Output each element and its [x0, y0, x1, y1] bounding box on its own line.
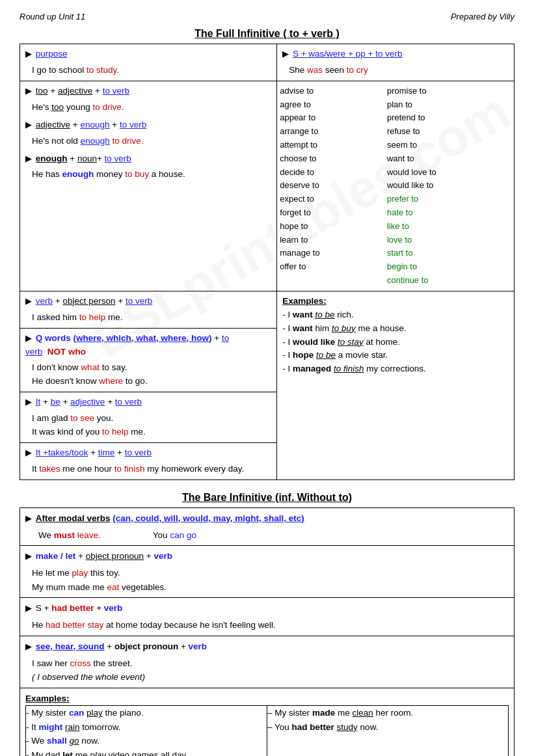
verb-list-right: promise to plan to pretend to refuse to … — [384, 84, 514, 288]
verb-list-table: advise to agree to appear to arrange to … — [277, 84, 514, 288]
bare-row-had-better: ▶ S + had better + verb He had better st… — [20, 598, 514, 636]
bare-examples-table: - My sister can play the piano. - It mig… — [25, 705, 509, 756]
cell-examples: Examples: - I want to be rich. - I want … — [277, 291, 514, 479]
bare-examples-right: – My sister made me clean her room. – Yo… — [267, 706, 509, 756]
bare-row-examples: Examples: - My sister can play the piano… — [20, 688, 514, 756]
section1-title: The Full Infinitive ( to + verb ) — [20, 28, 514, 40]
verb-list-left: advise to agree to appear to arrange to … — [277, 84, 384, 288]
bare-infinitive-table: ▶ After modal verbs (can, could, will, w… — [20, 507, 514, 756]
cell-too-adj: ▶ too + adjective + to verb He's too you… — [20, 81, 277, 291]
cell-q-words: ▶ Q words (where, which, what, where, ho… — [20, 328, 277, 392]
bare-row-see-hear: ▶ see, hear, sound + object pronoun + ve… — [20, 636, 514, 688]
cell-passive: ▶ S + was/were + pp + to verb She was se… — [277, 44, 514, 81]
cell-verb-lists: advise to agree to appear to arrange to … — [277, 81, 514, 291]
header-right: Prepared by Villy — [451, 12, 514, 21]
bare-row-make-let: ▶ make / let + object pronoun + verb He … — [20, 546, 514, 598]
page-header: Round up Unit 11 Prepared by Villy — [20, 12, 514, 21]
header-left: Round up Unit 11 — [20, 12, 85, 21]
cell-purpose: ▶ purpose I go to school to study. — [20, 44, 277, 81]
cell-it-takes: ▶ It +takes/took + time + to verb It tak… — [20, 443, 277, 480]
cell-it-be: ▶ It + be + adjective + to verb I am gla… — [20, 392, 277, 443]
full-infinitive-table: ▶ purpose I go to school to study. ▶ S +… — [20, 44, 514, 480]
section2-title: The Bare Infinitive (inf. Without to) — [20, 492, 514, 504]
bare-row-modal: ▶ After modal verbs (can, could, will, w… — [20, 507, 514, 545]
bare-examples-left: - My sister can play the piano. - It mig… — [26, 706, 267, 756]
cell-verb-obj: ▶ verb + object person + to verb I asked… — [20, 291, 277, 328]
